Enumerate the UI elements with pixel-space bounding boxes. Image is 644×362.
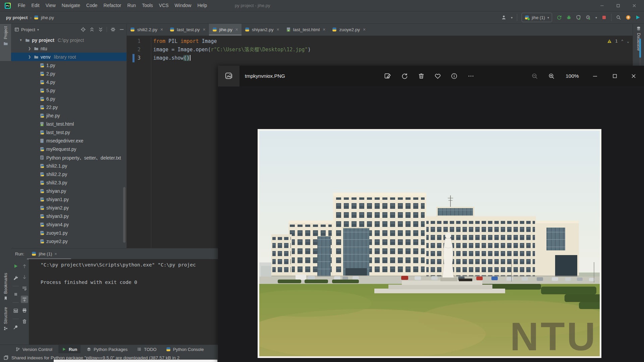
expand-all-icon[interactable]	[89, 27, 95, 32]
tree-row-Python property、setter、deleter.txt[interactable]: Python property、setter、deleter.txt	[11, 153, 126, 162]
chevron-right-icon[interactable]: ❯	[27, 55, 32, 59]
statusbar-button-python-console[interactable]: Python Console	[163, 345, 207, 354]
code-line[interactable]: image = Image.open(r"C:\Users\落炎樱\Deskto…	[153, 46, 644, 54]
tree-row-myRequest.py[interactable]: myRequest.py	[11, 145, 126, 153]
tab-shiyan2.py[interactable]: shiyan2.py×	[241, 23, 283, 36]
project-tree-scrollbar[interactable]	[123, 187, 125, 243]
project-panel-title[interactable]: Project▾	[21, 27, 39, 32]
soft-wrap-icon[interactable]	[22, 286, 27, 291]
code-line[interactable]: image.show()	[153, 54, 644, 62]
hide-panel-icon[interactable]	[119, 27, 124, 32]
tree-row-root[interactable]: ▾py projectC:\py project	[11, 36, 126, 44]
tree-row-shili2.1.py[interactable]: shili2.1.py	[11, 162, 126, 170]
menu-run[interactable]: Run	[124, 0, 139, 11]
minimize-icon[interactable]	[600, 3, 604, 8]
rerun-button[interactable]	[556, 15, 562, 20]
user-icon[interactable]	[501, 15, 506, 20]
tab-shili2.2.py[interactable]: shili2.2.py×	[127, 23, 166, 36]
more-options-icon[interactable]	[467, 72, 475, 80]
rerun-run-icon[interactable]	[13, 263, 18, 269]
tree-row-zuoye1.py[interactable]: zuoye1.py	[11, 229, 126, 237]
pin-tab-icon[interactable]	[13, 324, 18, 330]
viewer-close-icon[interactable]	[630, 72, 638, 80]
tree-row-shili2.3.py[interactable]: shili2.3.py	[11, 178, 126, 187]
tree-row-2.py[interactable]: 2.py	[11, 69, 126, 78]
statusbar-button-todo[interactable]: TODO	[133, 345, 160, 354]
tree-row-last_test.html[interactable]: Hlast_test.html	[11, 120, 126, 128]
tree-row-zuoye2.py[interactable]: zuoye2.py	[11, 237, 126, 245]
info-icon[interactable]	[450, 72, 458, 80]
close-icon[interactable]	[632, 3, 637, 8]
maximize-icon[interactable]	[616, 3, 621, 8]
close-tab-icon[interactable]: ×	[276, 27, 279, 32]
tree-row-5.py[interactable]: 5.py	[11, 86, 126, 95]
menu-navigate[interactable]: Navigate	[59, 0, 83, 11]
tree-row-ntu[interactable]: ❯ntu	[11, 44, 126, 53]
zoom-out-icon[interactable]	[531, 72, 539, 80]
run-tab[interactable]: jihe (1) ×	[32, 248, 57, 259]
tree-row-jihe.py[interactable]: jihe.py	[11, 111, 126, 120]
code-with-me-icon[interactable]	[635, 15, 641, 20]
menu-edit[interactable]: Edit	[29, 0, 43, 11]
user-chevron-icon[interactable]: ▾	[511, 16, 513, 19]
tree-row-shiyan.py[interactable]: shiyan.py	[11, 187, 126, 195]
delete-photo-icon[interactable]	[417, 72, 425, 80]
photos-app-box[interactable]	[218, 66, 239, 86]
breadcrumb-file[interactable]: jihe.py	[41, 15, 54, 20]
tool-window-button-project[interactable]: Project	[0, 23, 11, 61]
tab-last_test.py[interactable]: last_test.py×	[166, 23, 209, 36]
chevron-down-icon[interactable]: ▾	[18, 38, 23, 42]
menu-file[interactable]: File	[15, 0, 29, 11]
tree-row-shiyan1.py[interactable]: shiyan1.py	[11, 195, 126, 203]
tree-row-6.py[interactable]: 6.py	[11, 95, 126, 103]
tool-window-button-structure[interactable]: Structure	[0, 304, 11, 342]
chevron-right-icon[interactable]: ❯	[27, 47, 32, 50]
close-run-tab-icon[interactable]: ×	[54, 251, 57, 256]
menu-tools[interactable]: Tools	[139, 0, 156, 11]
tree-row-msedgedriver.exe[interactable]: ?msedgedriver.exe	[11, 136, 126, 145]
menu-window[interactable]: Window	[172, 0, 195, 11]
tree-row-shiyan2.py[interactable]: shiyan2.py	[11, 203, 126, 212]
tool-window-button-bookmarks[interactable]: Bookmarks	[0, 270, 11, 308]
next-problem-icon[interactable]: ⌄	[627, 39, 629, 44]
prev-problem-icon[interactable]: ⌃	[621, 39, 624, 44]
select-opened-file-icon[interactable]	[80, 27, 86, 32]
tab-zuoye2.py[interactable]: zuoye2.py×	[329, 23, 369, 36]
tab-jihe.py[interactable]: jihe.py×	[209, 23, 241, 36]
edit-image-icon[interactable]	[384, 72, 392, 80]
editor-scrollbar-thumb[interactable]	[639, 39, 641, 58]
viewer-maximize-icon[interactable]	[611, 72, 619, 80]
editor-code[interactable]: from PIL import Imageimage = Image.open(…	[153, 37, 644, 62]
viewer-minimize-icon[interactable]	[591, 72, 599, 80]
close-tab-icon[interactable]: ×	[323, 27, 325, 32]
update-notification-icon[interactable]	[626, 15, 631, 20]
statusbar-button-python-packages[interactable]: Python Packages	[83, 345, 131, 354]
code-line[interactable]: from PIL import Image	[153, 37, 644, 46]
zoom-level[interactable]: 100%	[562, 66, 582, 86]
menu-refactor[interactable]: Refactor	[101, 0, 124, 11]
tree-row-shili2.2.py[interactable]: shili2.2.py	[11, 170, 126, 178]
tree-row-venv[interactable]: ❯venvlibrary root	[11, 53, 126, 61]
print-icon[interactable]	[22, 308, 27, 313]
collapse-all-icon[interactable]	[98, 27, 103, 32]
gear-icon[interactable]	[110, 27, 116, 32]
statusbar-button-run[interactable]: Run	[58, 345, 80, 354]
search-everywhere-icon[interactable]	[616, 15, 621, 20]
stop-button[interactable]	[601, 15, 607, 20]
close-tab-icon[interactable]: ×	[203, 27, 206, 32]
tree-row-shiyan3.py[interactable]: shiyan3.py	[11, 212, 126, 220]
statusbar-button-version-control[interactable]: Version Control	[12, 345, 56, 354]
menu-help[interactable]: Help	[194, 0, 210, 11]
tree-row-1.py[interactable]: 1.py	[11, 61, 126, 69]
tree-row-4.py[interactable]: 4.py	[11, 78, 126, 86]
tree-row-shiyan4.py[interactable]: shiyan4.py	[11, 220, 126, 229]
profiler-chevron-icon[interactable]: ▾	[595, 16, 597, 19]
restore-layout-icon[interactable]	[13, 308, 18, 313]
close-tab-icon[interactable]: ×	[160, 27, 163, 32]
tree-row-22.py[interactable]: 22.py	[11, 103, 126, 111]
inspection-widget[interactable]: 1 ⌃ ⌄	[607, 39, 629, 44]
run-with-coverage-button[interactable]	[576, 15, 581, 20]
close-tab-icon[interactable]: ×	[235, 27, 238, 32]
tab-last_test.html[interactable]: Hlast_test.html×	[283, 23, 329, 36]
zoom-in-icon[interactable]	[547, 72, 555, 80]
